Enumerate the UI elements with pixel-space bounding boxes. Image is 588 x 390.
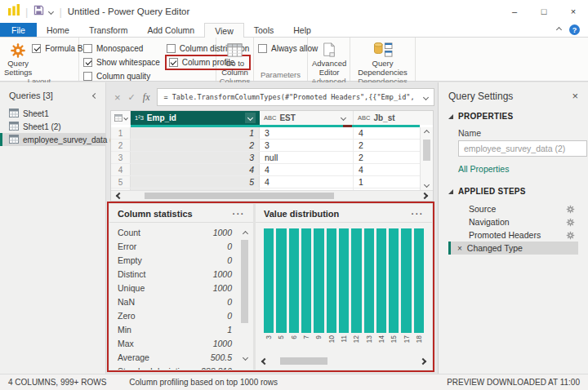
distribution-scrollbar[interactable] <box>262 356 425 366</box>
distribution-bar[interactable] <box>401 228 411 333</box>
tab-add-column[interactable]: Add Column <box>137 23 204 37</box>
cell-jb-st[interactable]: 2 <box>354 152 420 163</box>
column-header-emp-id[interactable]: 1²3 Emp_id <box>131 111 260 125</box>
scrollbar-thumb[interactable] <box>423 140 430 161</box>
more-options-icon[interactable]: ··· <box>412 209 425 219</box>
checkbox-box[interactable] <box>258 44 267 53</box>
scrollbar-thumb[interactable] <box>145 193 334 199</box>
grid-horizontal-scrollbar[interactable] <box>111 190 433 201</box>
cell-est[interactable]: 4 <box>260 164 354 175</box>
distribution-bar[interactable] <box>301 228 311 333</box>
table-row[interactable]: 2 2 3 2 <box>111 140 420 152</box>
distribution-bar[interactable] <box>327 228 336 333</box>
column-header-jb-st[interactable]: ABC Jb_st <box>354 111 433 125</box>
tab-help[interactable]: Help <box>283 23 321 37</box>
step-settings-gear-icon[interactable] <box>566 231 575 240</box>
cancel-formula-icon[interactable]: × <box>114 91 121 104</box>
formula-input[interactable]: = Table.TransformColumnTypes(#"Promoted … <box>157 88 434 106</box>
step-source[interactable]: Source <box>448 202 578 215</box>
all-properties-link[interactable]: All Properties <box>458 164 509 174</box>
cell-emp-id[interactable]: 2 <box>131 140 260 151</box>
collapse-queries-panel-icon[interactable] <box>92 92 98 98</box>
delete-step-icon[interactable]: × <box>457 244 462 253</box>
step-settings-gear-icon[interactable] <box>566 205 575 214</box>
checkbox-box[interactable] <box>169 58 178 67</box>
table-row[interactable]: 4 4 4 4 <box>111 164 420 176</box>
cell-emp-id[interactable]: 4 <box>131 164 260 175</box>
collapse-ribbon-icon[interactable] <box>556 27 562 33</box>
maximize-button[interactable]: □ <box>529 0 559 23</box>
quick-access-dropdown-icon[interactable] <box>48 8 54 14</box>
cell-emp-id[interactable]: 3 <box>131 152 260 163</box>
properties-section-header[interactable]: PROPERTIES <box>448 112 578 121</box>
scroll-right-icon[interactable] <box>420 357 426 364</box>
expand-formula-icon[interactable] <box>423 94 429 100</box>
tab-tools[interactable]: Tools <box>244 23 284 37</box>
show-whitespace-checkbox[interactable]: Show whitespace <box>83 56 160 69</box>
tab-view[interactable]: View <box>204 23 244 38</box>
advanced-editor-button[interactable]: Advanced Editor <box>312 40 346 77</box>
distribution-bar[interactable] <box>276 228 286 333</box>
distribution-bar[interactable] <box>376 228 386 333</box>
tab-file[interactable]: File <box>0 23 37 37</box>
scrollbar-thumb[interactable] <box>280 357 327 365</box>
filter-dropdown-icon[interactable] <box>245 113 256 123</box>
checkbox-box[interactable] <box>83 72 92 81</box>
distribution-bar[interactable] <box>264 228 274 333</box>
distribution-bar[interactable] <box>289 228 299 333</box>
applied-steps-section-header[interactable]: APPLIED STEPS <box>448 187 578 196</box>
table-row[interactable]: 5 5 4 1 <box>111 176 420 188</box>
step-promoted-headers[interactable]: Promoted Headers <box>448 228 578 242</box>
save-icon[interactable] <box>33 4 44 19</box>
checkbox-box[interactable] <box>83 44 92 53</box>
commit-formula-icon[interactable]: ✓ <box>128 92 136 103</box>
tab-home[interactable]: Home <box>37 23 79 37</box>
distribution-bar[interactable] <box>314 228 323 333</box>
scrollbar-thumb[interactable] <box>241 240 248 323</box>
help-icon[interactable]: ? <box>569 24 580 35</box>
column-header-est[interactable]: ABC EST <box>260 111 354 125</box>
tab-transform[interactable]: Transform <box>79 23 137 37</box>
distribution-bar[interactable] <box>351 228 361 333</box>
table-row[interactable]: 1 1 3 4 <box>111 127 420 140</box>
query-settings-button[interactable]: Query Settings <box>4 40 32 77</box>
query-item-employee-survey-data-2[interactable]: employee_survey_data (2) <box>0 133 105 146</box>
query-item-sheet1-2[interactable]: Sheet1 (2) <box>0 120 105 133</box>
query-dependencies-button[interactable]: Query Dependencies <box>356 40 410 77</box>
column-quality-checkbox[interactable]: Column quality <box>83 70 160 82</box>
cell-est[interactable]: null <box>260 152 354 163</box>
query-item-sheet1[interactable]: Sheet1 <box>0 107 105 120</box>
scroll-down-icon[interactable] <box>242 355 247 361</box>
step-changed-type[interactable]: × Changed Type <box>448 242 578 255</box>
query-name-input[interactable] <box>458 140 587 157</box>
distribution-bar[interactable] <box>389 228 399 333</box>
step-navigation[interactable]: Navigation <box>448 215 578 228</box>
cell-est[interactable]: 4 <box>260 176 354 188</box>
cell-est[interactable]: 3 <box>260 127 354 139</box>
cell-jb-st[interactable]: 2 <box>354 140 420 151</box>
distribution-bar[interactable] <box>339 228 349 333</box>
statistics-scrollbar[interactable] <box>239 230 251 361</box>
cell-jb-st[interactable]: 4 <box>354 127 420 139</box>
cell-est[interactable]: 3 <box>260 140 354 151</box>
scroll-right-icon[interactable] <box>421 193 428 199</box>
checkbox-box[interactable] <box>32 44 41 53</box>
monospaced-checkbox[interactable]: Monospaced <box>83 42 160 55</box>
table-row[interactable]: 3 3 null 2 <box>111 152 420 164</box>
distribution-bar[interactable] <box>364 228 374 333</box>
checkbox-box[interactable] <box>167 44 176 53</box>
scroll-down-icon[interactable] <box>424 182 430 188</box>
select-all-corner[interactable] <box>111 111 131 125</box>
minimize-button[interactable]: – <box>500 0 529 23</box>
more-options-icon[interactable]: ··· <box>233 209 246 219</box>
go-to-column-button[interactable]: Go to Column <box>220 40 249 77</box>
cell-jb-st[interactable]: 1 <box>354 176 420 188</box>
distribution-bar[interactable] <box>414 228 424 333</box>
close-icon[interactable]: × <box>572 90 578 102</box>
checkbox-box[interactable] <box>83 58 92 67</box>
close-button[interactable]: × <box>559 0 588 23</box>
grid-vertical-scrollbar[interactable] <box>420 127 433 190</box>
step-settings-gear-icon[interactable] <box>566 218 575 227</box>
cell-emp-id[interactable]: 1 <box>131 127 260 139</box>
cell-emp-id[interactable]: 5 <box>131 176 260 188</box>
